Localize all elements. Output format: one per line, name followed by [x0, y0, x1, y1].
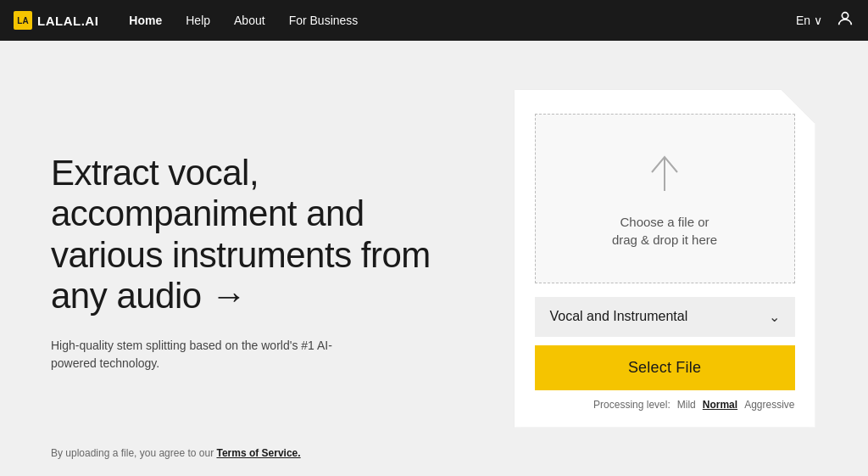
- chevron-down-icon: ∨: [814, 14, 822, 27]
- nav-link-for-business[interactable]: For Business: [289, 14, 359, 27]
- nav-link-about[interactable]: About: [234, 14, 265, 27]
- hero-subtitle: High-quality stem splitting based on the…: [51, 337, 339, 372]
- svg-point-0: [842, 12, 848, 18]
- processing-level-mild[interactable]: Mild: [677, 399, 696, 411]
- terms-footer: By uploading a file, you agree to our Te…: [51, 447, 301, 459]
- processing-level-aggressive[interactable]: Aggressive: [744, 399, 794, 411]
- processing-level-label: Processing level:: [593, 399, 670, 411]
- nav-link-help[interactable]: Help: [186, 14, 210, 27]
- chevron-down-icon: ⌄: [769, 309, 780, 325]
- drop-zone[interactable]: Choose a file ordrag & drop it here: [535, 114, 795, 283]
- select-file-button[interactable]: Select File: [535, 345, 795, 390]
- hero-section: Extract vocal, accompaniment and various…: [51, 144, 444, 372]
- dropdown-label: Vocal and Instrumental: [550, 309, 688, 324]
- main-content: Extract vocal, accompaniment and various…: [0, 41, 868, 476]
- user-icon[interactable]: [836, 9, 854, 32]
- hero-title: Extract vocal, accompaniment and various…: [51, 153, 444, 316]
- logo[interactable]: LA LALAL.AI: [14, 11, 98, 30]
- logo-icon: LA: [14, 11, 32, 30]
- stem-type-dropdown[interactable]: Vocal and Instrumental ⌄: [535, 297, 795, 337]
- logo-text: LALAL.AI: [37, 14, 98, 28]
- nav-right: En ∨: [796, 9, 854, 32]
- language-selector[interactable]: En ∨: [796, 14, 822, 27]
- processing-level-normal[interactable]: Normal: [703, 399, 737, 411]
- upload-card: Choose a file ordrag & drop it here Voca…: [515, 90, 815, 428]
- processing-level: Processing level: Mild Normal Aggressive: [535, 399, 795, 411]
- drop-zone-text: Choose a file ordrag & drop it here: [612, 213, 717, 249]
- navbar: LA LALAL.AI Home Help About For Business…: [0, 0, 868, 41]
- nav-link-home[interactable]: Home: [129, 14, 162, 27]
- upload-section: Choose a file ordrag & drop it here Voca…: [512, 90, 817, 428]
- terms-link[interactable]: Terms of Service.: [216, 447, 300, 459]
- upload-arrow-icon: [643, 148, 686, 199]
- terms-prefix: By uploading a file, you agree to our: [51, 447, 216, 459]
